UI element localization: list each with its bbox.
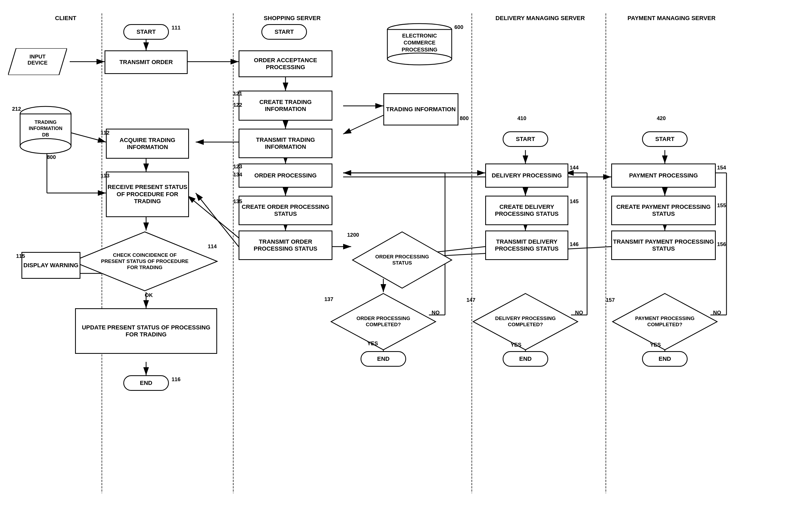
label-112: 112 bbox=[101, 130, 109, 136]
label-135: 135 bbox=[233, 198, 242, 204]
transmit-delivery-status-label: TRANSMIT DELIVERY PROCESSING STATUS bbox=[486, 238, 567, 252]
end-payment-node: END bbox=[642, 351, 688, 367]
shopping-server-label: SHOPPING SERVER bbox=[238, 15, 346, 22]
start-payment-label: START bbox=[655, 136, 674, 143]
label-1200: 1200 bbox=[347, 232, 359, 238]
delivery-processing-label: DELIVERY PROCESSING bbox=[492, 172, 562, 179]
order-completed-node: ORDER PROCESSING COMPLETED? bbox=[330, 292, 437, 351]
delivery-completed-node: DELIVERY PROCESSING COMPLETED? bbox=[472, 292, 579, 351]
client-label: CLIENT bbox=[35, 15, 97, 22]
svg-point-56 bbox=[387, 53, 452, 65]
create-payment-status-label: CREATE PAYMENT PROCESSING STATUS bbox=[612, 203, 715, 218]
payment-processing-label: PAYMENT PROCESSING bbox=[629, 172, 698, 179]
transmit-order-status-node: TRANSMIT ORDER PROCESSING STATUS bbox=[238, 230, 332, 260]
label-212: 212 bbox=[12, 106, 21, 112]
transmit-delivery-status-node: TRANSMIT DELIVERY PROCESSING STATUS bbox=[485, 230, 568, 260]
start-delivery-node: START bbox=[503, 131, 548, 147]
end-delivery-label: END bbox=[519, 355, 532, 362]
order-acceptance-node: ORDER ACCEPTANCE PROCESSING bbox=[238, 50, 332, 77]
transmit-order-status-label: TRANSMIT ORDER PROCESSING STATUS bbox=[239, 238, 332, 252]
end-shopping-label: END bbox=[377, 355, 389, 362]
label-115: 115 bbox=[16, 253, 25, 259]
label-157: 157 bbox=[606, 297, 615, 303]
ok-label: OK bbox=[145, 292, 153, 298]
delivery-server-label: DELIVERY MANAGING SERVER bbox=[480, 15, 601, 22]
label-156: 156 bbox=[717, 241, 726, 247]
create-order-status-node: CREATE ORDER PROCESSING STATUS bbox=[238, 196, 332, 225]
label-113: 113 bbox=[101, 173, 109, 179]
label-420: 420 bbox=[657, 115, 666, 122]
label-155: 155 bbox=[717, 202, 726, 208]
order-processing-node: ORDER PROCESSING bbox=[238, 164, 332, 188]
svg-point-60 bbox=[20, 139, 71, 154]
update-present-status-label: UPDATE PRESENT STATUS OF PROCESSING FOR … bbox=[76, 324, 216, 338]
trading-info-label: TRADING INFORMATION bbox=[386, 106, 456, 113]
create-order-status-label: CREATE ORDER PROCESSING STATUS bbox=[239, 203, 332, 218]
label-147: 147 bbox=[466, 297, 475, 303]
no-delivery-label: NO bbox=[575, 310, 583, 316]
label-123: 123 bbox=[233, 164, 242, 170]
order-processing-status-node: ORDER PROCESSING STATUS bbox=[351, 230, 453, 290]
label-122: 122 bbox=[233, 102, 242, 108]
receive-present-status-label: RECEIVE PRESENT STATUS OF PROCEDURE FOR … bbox=[107, 184, 188, 205]
end-shopping-node: END bbox=[360, 351, 406, 367]
label-600: 600 bbox=[454, 24, 463, 30]
start-client-label: START bbox=[137, 28, 156, 35]
order-acceptance-label: ORDER ACCEPTANCE PROCESSING bbox=[239, 57, 332, 71]
transmit-order-label: TRANSMIT ORDER bbox=[119, 59, 173, 66]
yes-delivery-label: YES bbox=[511, 342, 521, 348]
end-client-node: END bbox=[123, 375, 169, 391]
acquire-trading-info-node: ACQUIRE TRADING INFORMATION bbox=[106, 129, 189, 159]
input-device-node: INPUTDEVICE bbox=[8, 48, 67, 75]
label-114: 114 bbox=[208, 243, 216, 249]
payment-processing-node: PAYMENT PROCESSING bbox=[611, 164, 716, 188]
transmit-order-node: TRANSMIT ORDER bbox=[105, 50, 188, 74]
check-coincidence-node: CHECK COINCIDENCE OF PRESENT STATUS OF P… bbox=[71, 230, 218, 292]
create-payment-status-node: CREATE PAYMENT PROCESSING STATUS bbox=[611, 196, 716, 225]
yes-payment-label: YES bbox=[650, 342, 661, 348]
payment-server-label: PAYMENT MANAGING SERVER bbox=[611, 15, 732, 22]
label-134: 134 bbox=[233, 172, 242, 178]
label-121: 121 bbox=[233, 91, 242, 97]
label-410: 410 bbox=[517, 115, 526, 122]
start-client-node: START bbox=[123, 24, 169, 40]
transmit-payment-status-label: TRANSMIT PAYMENT PROCESSING STATUS bbox=[612, 238, 715, 252]
trading-info-node: TRADING INFORMATION bbox=[383, 93, 458, 126]
no-payment-label: NO bbox=[713, 310, 721, 316]
label-154: 154 bbox=[717, 165, 726, 171]
transmit-trading-info-label: TRANSMIT TRADING INFORMATION bbox=[239, 136, 332, 151]
payment-completed-node: PAYMENT PROCESSING COMPLETED? bbox=[611, 292, 718, 351]
trading-info-db-node: TRADINGINFORMATIONDB bbox=[19, 106, 72, 154]
no-shopping-label: NO bbox=[432, 310, 440, 316]
create-trading-info-label: CREATE TRADING INFORMATION bbox=[239, 99, 332, 113]
acquire-trading-info-label: ACQUIRE TRADING INFORMATION bbox=[107, 137, 188, 151]
label-116: 116 bbox=[172, 376, 180, 382]
update-present-status-node: UPDATE PRESENT STATUS OF PROCESSING FOR … bbox=[75, 308, 217, 354]
display-warning-node: DISPLAY WARNING bbox=[21, 252, 80, 279]
end-payment-label: END bbox=[659, 355, 671, 362]
electronic-commerce-node: ELECTRONICCOMMERCEPROCESSING bbox=[386, 23, 453, 66]
create-delivery-status-label: CREATE DELIVERY PROCESSING STATUS bbox=[486, 203, 567, 218]
label-144: 144 bbox=[570, 165, 579, 171]
label-137: 137 bbox=[324, 296, 333, 302]
start-shopping-node: START bbox=[262, 24, 307, 40]
label-146: 146 bbox=[570, 241, 579, 247]
end-delivery-node: END bbox=[503, 351, 548, 367]
delivery-processing-node: DELIVERY PROCESSING bbox=[485, 164, 568, 188]
transmit-payment-status-node: TRANSMIT PAYMENT PROCESSING STATUS bbox=[611, 230, 716, 260]
create-trading-info-node: CREATE TRADING INFORMATION bbox=[238, 91, 332, 121]
start-payment-node: START bbox=[642, 131, 688, 147]
label-111: 111 bbox=[172, 25, 180, 31]
start-shopping-label: START bbox=[275, 28, 294, 35]
transmit-trading-info-node: TRANSMIT TRADING INFORMATION bbox=[238, 129, 332, 158]
start-delivery-label: START bbox=[516, 136, 535, 143]
label-800a: 800 bbox=[460, 115, 469, 122]
label-145: 145 bbox=[570, 198, 579, 204]
label-800b: 800 bbox=[47, 154, 56, 160]
receive-present-status-node: RECEIVE PRESENT STATUS OF PROCEDURE FOR … bbox=[106, 172, 189, 217]
order-processing-label: ORDER PROCESSING bbox=[255, 172, 317, 179]
yes-shopping-label: YES bbox=[367, 340, 378, 347]
display-warning-label: DISPLAY WARNING bbox=[23, 262, 78, 269]
svg-line-11 bbox=[343, 115, 383, 134]
end-client-label: END bbox=[140, 379, 152, 386]
